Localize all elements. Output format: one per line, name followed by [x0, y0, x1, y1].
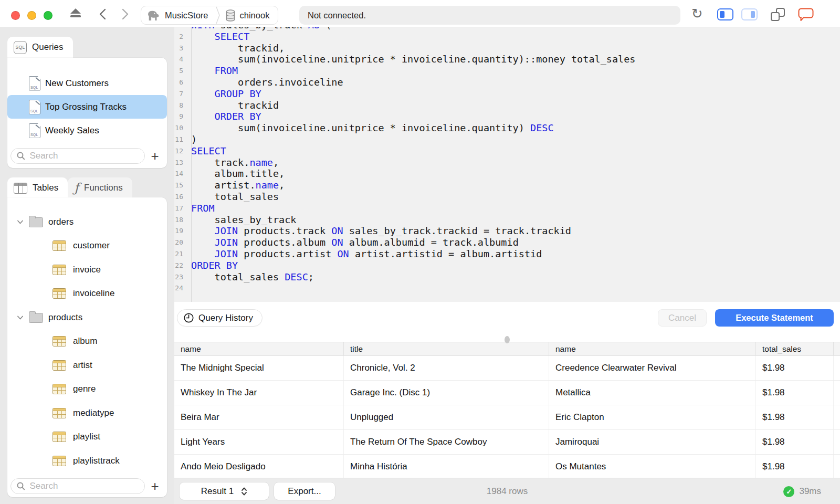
tab-tables[interactable]: Tables [7, 177, 68, 198]
tables-search-field[interactable] [10, 478, 145, 494]
sql-file-icon: SQL [29, 100, 40, 114]
toggle-left-sidebar-button[interactable] [717, 8, 733, 20]
toggle-right-sidebar-button[interactable] [741, 8, 758, 20]
table-columns-icon [14, 183, 27, 194]
table-name: album [73, 336, 97, 346]
cell-total-sales: $1.98 [756, 356, 834, 380]
breadcrumb-separator [216, 6, 220, 24]
sql-editor[interactable]: 1 WITH sales_by_track AS ( 2 SELECT 3 tr… [174, 27, 840, 302]
line-number: 18 [174, 214, 187, 226]
chevron-down-icon [17, 316, 23, 320]
table-row[interactable]: Light Years The Return Of The Space Cowb… [174, 430, 840, 455]
chevron-down-icon [17, 220, 23, 224]
sql-badge-icon: SQL [14, 41, 27, 54]
query-history-button[interactable]: Query History [177, 309, 262, 327]
code-line: 18 sales_by_track [174, 214, 840, 226]
refresh-button[interactable]: ↻ [690, 6, 705, 22]
speech-bubble-icon [799, 9, 813, 21]
zoom-window-button[interactable] [44, 11, 52, 20]
forward-button[interactable] [119, 8, 130, 20]
postgres-elephant-icon [146, 9, 161, 21]
code-line: 22 ORDER BY [174, 260, 840, 271]
line-number: 22 [174, 260, 187, 271]
table-name: mediatype [73, 408, 114, 418]
cell-track-name: Beira Mar [174, 405, 344, 429]
new-window-button[interactable] [771, 8, 785, 21]
add-table-button[interactable]: + [145, 478, 165, 494]
breadcrumb-database[interactable]: chinook [240, 10, 270, 20]
feedback-button[interactable] [797, 7, 814, 22]
tree-table-row[interactable]: mediatype [7, 401, 167, 425]
success-check-icon: ✓ [783, 486, 794, 497]
tree-table-row[interactable]: album [7, 330, 167, 354]
code-line: 10 sum(invoiceline.unitprice * invoiceli… [174, 122, 840, 134]
line-number: 4 [174, 54, 187, 65]
cell-artist-name: Os Mutantes [549, 455, 756, 478]
tab-queries[interactable]: SQL Queries [7, 37, 73, 58]
tree-folder-row[interactable]: products [7, 306, 167, 330]
query-list-item[interactable]: SQL Top Grossing Tracks [7, 95, 167, 119]
tree-table-row[interactable]: invoiceline [7, 282, 167, 306]
table-icon [52, 288, 66, 299]
table-icon [52, 240, 66, 251]
result-selector[interactable]: Result 1 [180, 482, 269, 500]
tree-table-row[interactable]: genre [7, 377, 167, 402]
code-line: 24 [174, 282, 840, 294]
query-timing: ✓ 39ms [783, 478, 821, 504]
disconnect-eject-button[interactable] [70, 8, 81, 17]
queries-search-input[interactable] [29, 150, 145, 162]
query-list-item[interactable]: SQL New Customers [7, 71, 167, 95]
breadcrumb[interactable]: MusicStore chinook [141, 6, 278, 25]
code-line: 20 JOIN products.album ON album.albumid … [174, 237, 840, 248]
cell-total-sales: $1.98 [756, 455, 834, 478]
column-header[interactable]: title [344, 342, 549, 355]
table-icon [52, 336, 66, 346]
left-sidebar-icon [720, 11, 724, 18]
table-icon [52, 408, 66, 418]
cell-total-sales: $1.98 [756, 405, 834, 429]
table-icon [52, 432, 66, 442]
tree-table-row[interactable]: customer [7, 234, 167, 258]
cell-track-name: Ando Meio Desligado [174, 455, 344, 478]
cancel-button[interactable]: Cancel [658, 309, 707, 327]
line-number: 16 [174, 191, 187, 203]
column-header[interactable]: name [174, 342, 344, 355]
table-row[interactable]: Whiskey In The Jar Garage Inc. (Disc 1) … [174, 381, 840, 405]
table-row[interactable]: The Midnight Special Chronicle, Vol. 2 C… [174, 356, 840, 381]
tables-search-input[interactable] [29, 480, 145, 492]
close-window-button[interactable] [11, 11, 20, 20]
cell-artist-name: Metallica [549, 381, 756, 405]
cell-album-title: Chronicle, Vol. 2 [344, 356, 549, 380]
code-line: 12 SELECT [174, 145, 840, 157]
code-line: 6 orders.invoiceline [174, 77, 840, 88]
export-button[interactable]: Export... [274, 482, 335, 500]
tree-table-row[interactable]: invoice [7, 258, 167, 282]
query-list-item[interactable]: SQL Weekly Sales [7, 119, 167, 142]
breadcrumb-server[interactable]: MusicStore [165, 10, 208, 20]
execute-statement-button[interactable]: Execute Statement [715, 309, 834, 327]
schema-name: orders [48, 217, 74, 227]
tree-folder-row[interactable]: orders [7, 210, 167, 234]
minimize-window-button[interactable] [27, 11, 36, 20]
toolbar: MusicStore chinook Not connected. ↻ [0, 0, 840, 27]
table-row[interactable]: Beira Mar Unplugged Eric Clapton $1.98 [174, 405, 840, 430]
line-number: 8 [174, 100, 187, 111]
queries-search-field[interactable] [10, 148, 145, 164]
line-number: 23 [174, 271, 187, 283]
column-header[interactable]: total_sales [756, 342, 834, 355]
column-header[interactable]: name [549, 342, 756, 355]
splitter-drag-handle[interactable] [505, 336, 510, 343]
tree-table-row[interactable]: playlisttrack [7, 449, 167, 473]
line-number: 19 [174, 225, 187, 237]
add-query-button[interactable]: + [145, 148, 165, 164]
cell-track-name: The Midnight Special [174, 356, 344, 380]
table-icon [52, 456, 66, 466]
query-list: SQL New Customers SQL Top Grossing Track… [7, 58, 167, 142]
tree-table-row[interactable]: playlist [7, 425, 167, 449]
back-button[interactable] [98, 8, 109, 20]
line-number: 14 [174, 168, 187, 180]
tree-table-row[interactable]: artist [7, 353, 167, 377]
tab-functions[interactable]: ƒ Functions [68, 177, 132, 198]
table-row[interactable]: Ando Meio Desligado Minha História Os Mu… [174, 455, 840, 478]
code-line: 4 sum(invoiceline.unitprice * invoicelin… [174, 54, 840, 65]
